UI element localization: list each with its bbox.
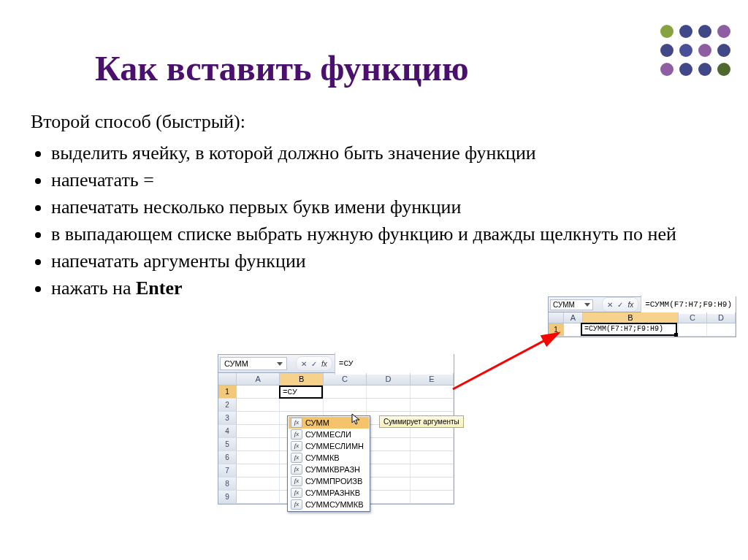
bullet-item: напечатать =	[51, 167, 704, 193]
worksheet-grid[interactable]: 1 =СУММ(F7:H7;F9:H9)	[549, 323, 736, 337]
select-all-corner[interactable]	[218, 373, 237, 385]
fx-icon: fx	[291, 464, 302, 475]
tooltip-text: Суммирует аргументы	[383, 418, 459, 426]
name-box-value: СУММ	[224, 359, 248, 368]
cell-value: =СУ	[283, 388, 297, 396]
bullet-text: нажать на	[51, 277, 136, 299]
chevron-down-icon	[584, 303, 590, 307]
column-headers: A B C D	[549, 312, 736, 323]
name-box[interactable]: СУММ	[220, 357, 287, 370]
fx-icon[interactable]: fx	[627, 301, 633, 309]
col-header[interactable]: A	[237, 373, 280, 385]
select-all-corner[interactable]	[549, 312, 564, 323]
excel-screenshot-result: СУММ ✕ ✓ fx =СУММ(F7:H7;F9:H9) A B C D 1	[548, 296, 736, 337]
cursor-icon	[351, 413, 361, 426]
col-header[interactable]: B	[583, 312, 679, 323]
worksheet-grid[interactable]: 1 2 3 4 5 6 7 8 9 =СУ fxСУММ fxСУММЕСЛИ …	[218, 386, 454, 504]
cancel-icon[interactable]: ✕	[607, 301, 613, 309]
col-header[interactable]: E	[411, 373, 454, 385]
intro-text: Второй способ (быстрый):	[31, 109, 704, 134]
fx-icon: fx	[291, 499, 302, 510]
row-header[interactable]: 1	[218, 386, 237, 398]
row-header[interactable]: 8	[218, 477, 237, 490]
col-header[interactable]: C	[324, 373, 367, 385]
name-box-value: СУММ	[553, 301, 575, 309]
bullet-item: в выпадающем списке выбрать нужную функц…	[51, 221, 704, 247]
col-header[interactable]: D	[367, 373, 410, 385]
row-header[interactable]: 4	[218, 425, 237, 437]
autocomplete-item[interactable]: fxСУММКВРАЗН	[289, 464, 369, 475]
slide-body: Второй способ (быстрый): выделить ячейку…	[0, 101, 748, 302]
row-header[interactable]: 5	[218, 438, 237, 450]
excel-screenshot-autocomplete: СУММ ✕ ✓ fx =СУ A B C D E 1 2 3 4 5	[218, 354, 454, 505]
column-headers: A B C D E	[218, 373, 454, 386]
row-header[interactable]: 6	[218, 451, 237, 464]
cancel-icon[interactable]: ✕	[301, 360, 307, 368]
formula-bar-buttons: ✕ ✓ fx	[296, 356, 332, 371]
formula-input[interactable]: =СУММ(F7:H7;F9:H9)	[641, 295, 736, 314]
autocomplete-item[interactable]: fxСУММЕСЛИ	[289, 429, 369, 440]
fill-handle[interactable]	[674, 333, 678, 337]
col-header[interactable]: C	[679, 312, 707, 323]
active-cell[interactable]: =СУ	[279, 386, 323, 399]
bullet-item: напечатать аргументы функции	[51, 248, 704, 274]
slide-title: Как вставить функцию	[0, 0, 748, 101]
bullet-item: напечатать несколько первых букв имени ф…	[51, 194, 704, 220]
fx-icon: fx	[291, 476, 302, 486]
key-name: Enter	[136, 277, 183, 299]
autocomplete-item[interactable]: fxСУММПРОИЗВ	[289, 475, 369, 487]
formula-bar-buttons: ✕ ✓ fx	[602, 297, 638, 312]
row-header[interactable]: 9	[218, 491, 237, 503]
formula-text: =СУММ(F7:H7;F9:H9)	[645, 300, 732, 309]
autocomplete-item[interactable]: fxСУММРАЗНКВ	[289, 487, 369, 499]
accept-icon[interactable]: ✓	[311, 360, 317, 368]
fx-icon: fx	[291, 453, 302, 463]
formula-input[interactable]: =СУ	[335, 353, 454, 375]
col-header[interactable]: B	[280, 373, 323, 385]
active-cell[interactable]: =СУММ(F7:H7;F9:H9)	[581, 323, 677, 336]
accept-icon[interactable]: ✓	[617, 301, 623, 309]
fx-icon: fx	[291, 418, 302, 428]
row-header[interactable]: 7	[218, 464, 237, 477]
autocomplete-item[interactable]: fxСУММКВ	[289, 452, 369, 464]
function-tooltip: Суммирует аргументы	[379, 415, 464, 428]
cell-value: =СУММ(F7:H7;F9:H9)	[584, 325, 663, 333]
row-header[interactable]: 2	[218, 399, 237, 411]
chevron-down-icon	[277, 362, 283, 366]
fx-icon: fx	[291, 429, 302, 440]
autocomplete-item[interactable]: fxСУММЕСЛИМН	[289, 440, 369, 452]
slide: Как вставить функцию Второй способ (быст…	[0, 0, 748, 560]
fx-icon: fx	[291, 441, 302, 451]
bullet-item: выделить ячейку, в которой должно быть з…	[51, 140, 704, 166]
formula-bar: СУММ ✕ ✓ fx =СУ	[218, 355, 454, 373]
function-autocomplete-list[interactable]: fxСУММ fxСУММЕСЛИ fxСУММЕСЛИМН fxСУММКВ …	[287, 415, 370, 512]
fx-icon[interactable]: fx	[321, 360, 327, 368]
col-header[interactable]: D	[707, 312, 736, 323]
row-header[interactable]: 3	[218, 412, 237, 424]
svg-line-0	[453, 333, 559, 389]
formula-bar: СУММ ✕ ✓ fx =СУММ(F7:H7;F9:H9)	[549, 297, 736, 312]
name-box[interactable]: СУММ	[550, 299, 593, 310]
formula-text: =СУ	[339, 359, 354, 368]
fx-icon: fx	[291, 488, 302, 498]
deco-dots	[657, 22, 733, 79]
col-header[interactable]: A	[564, 312, 583, 323]
row-header[interactable]: 1	[549, 323, 564, 336]
bullet-list: выделить ячейку, в которой должно быть з…	[31, 140, 704, 302]
autocomplete-item[interactable]: fxСУММСУММКВ	[289, 499, 369, 510]
